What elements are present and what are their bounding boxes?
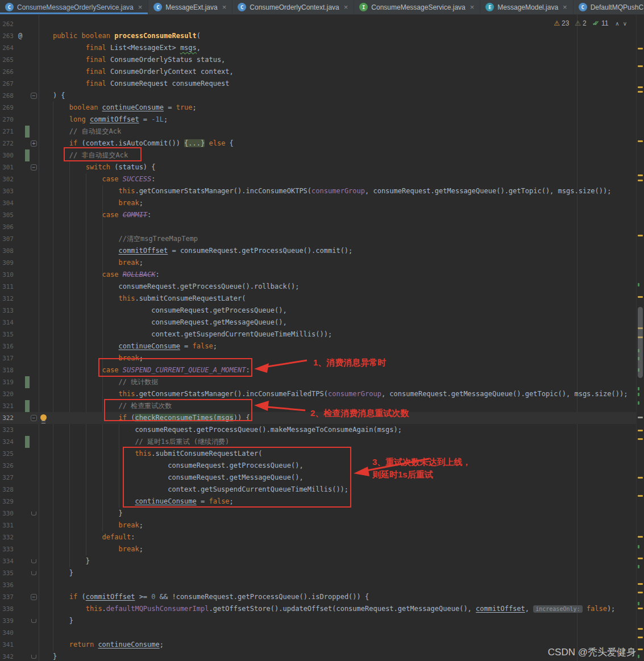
fold-collapse-icon[interactable]: − (31, 164, 37, 171)
warning-stripe-mark[interactable] (638, 495, 643, 497)
info-stripe-mark[interactable] (638, 417, 643, 418)
intention-bulb-icon[interactable] (40, 414, 47, 421)
fold-end-icon[interactable] (31, 655, 36, 659)
warning-stripe-mark[interactable] (638, 628, 643, 630)
code-line[interactable]: 308 commitOffset = consumeRequest.getPro… (0, 245, 636, 257)
code-line[interactable]: 316 continueConsume = false; (0, 340, 636, 352)
code-text[interactable]: break; (36, 352, 143, 364)
code-line[interactable]: 332 default: (0, 531, 636, 543)
code-line[interactable]: 312 this.submitConsumeRequestLater( (0, 293, 636, 305)
code-line[interactable]: 272+ if (context.isAutoCommit()) {...} e… (0, 138, 636, 149)
code-line[interactable]: 263@ public boolean processConsumeResult… (0, 30, 636, 42)
code-text[interactable]: if (commitOffset >= 0 && !consumeRequest… (36, 591, 369, 603)
fold-collapse-icon[interactable]: − (31, 93, 37, 99)
line-number[interactable]: 321 (0, 400, 14, 412)
code-text[interactable]: break; (36, 543, 143, 555)
code-text[interactable]: this.getConsumerStatsManager().incConsum… (36, 185, 611, 197)
line-number[interactable]: 316 (0, 340, 14, 352)
line-number[interactable]: 270 (0, 114, 14, 126)
line-number[interactable]: 310 (0, 269, 14, 281)
code-text[interactable]: //清空msgTreeMapTemp (36, 233, 198, 245)
line-number[interactable]: 307 (0, 233, 14, 245)
warning-stripe-mark[interactable] (638, 477, 643, 479)
line-number[interactable]: 312 (0, 293, 14, 305)
fold-end-icon[interactable] (31, 571, 36, 575)
tab-messagemodel-java[interactable]: EMessageModel.java× (480, 0, 573, 14)
code-line[interactable]: 342 } (0, 651, 636, 661)
code-text[interactable]: // 延时1s后重试 (继续消费) (36, 436, 229, 448)
line-number[interactable]: 315 (0, 329, 14, 340)
code-text[interactable]: } (36, 615, 73, 627)
code-text[interactable]: context.getSuspendCurrentQueueTimeMillis… (36, 484, 348, 496)
line-number[interactable]: 268 (0, 90, 14, 102)
change-marker[interactable] (25, 436, 30, 448)
line-number[interactable]: 335 (0, 567, 14, 579)
code-line[interactable]: 335 } (0, 567, 636, 579)
line-number[interactable]: 308 (0, 245, 14, 257)
tab-consumemessageservice-java[interactable]: IConsumeMessageService.java× (354, 0, 480, 14)
line-number[interactable]: 333 (0, 543, 14, 555)
line-number[interactable]: 265 (0, 54, 14, 66)
ok-stripe-mark[interactable] (638, 393, 639, 396)
code-line[interactable]: 305 case COMMIT: (0, 209, 636, 221)
line-number[interactable]: 330 (0, 508, 14, 519)
code-line[interactable]: 323 consumeRequest.getProcessQueue().mak… (0, 424, 636, 436)
warning-stripe-mark[interactable] (638, 174, 643, 176)
code-line[interactable]: 327 consumeRequest.getMessageQueue(), (0, 472, 636, 484)
code-text[interactable]: } (36, 508, 123, 519)
code-text[interactable]: ) { (36, 90, 65, 102)
code-text[interactable]: public boolean processConsumeResult( (36, 30, 201, 42)
code-line[interactable]: 311 consumeRequest.getProcessQueue().rol… (0, 281, 636, 293)
warning-stripe-mark[interactable] (638, 86, 643, 88)
code-line[interactable]: 268− ) { (0, 90, 636, 102)
error-stripe[interactable] (636, 15, 644, 661)
code-text[interactable]: consumeRequest.getProcessQueue().rollbac… (36, 281, 299, 293)
close-tab-icon[interactable]: × (344, 3, 348, 11)
warning-stripe-mark[interactable] (638, 608, 643, 609)
code-line[interactable]: 320 this.getConsumerStatsManager().incCo… (0, 388, 636, 400)
warning-stripe-mark[interactable] (638, 558, 643, 559)
code-text[interactable]: break; (36, 197, 143, 209)
line-number[interactable]: 339 (0, 615, 14, 627)
change-marker[interactable] (25, 400, 30, 412)
warning-stripe-mark[interactable] (638, 430, 643, 431)
code-line[interactable]: 319 // 统计数据 (0, 376, 636, 388)
code-text[interactable]: boolean continueConsume = true; (36, 102, 197, 114)
code-line[interactable]: 270 long commitOffset = -1L; (0, 114, 636, 126)
code-line[interactable]: 303 this.getConsumerStatsManager().incCo… (0, 185, 636, 197)
fold-end-icon[interactable] (31, 559, 36, 563)
code-line[interactable]: 326 consumeRequest.getProcessQueue(), (0, 460, 636, 472)
code-text[interactable]: case ROLLBACK: (36, 269, 160, 281)
code-line[interactable]: 324 // 延时1s后重试 (继续消费) (0, 436, 636, 448)
code-line[interactable]: 338 this.defaultMQPushConsumerImpl.getOf… (0, 603, 636, 615)
line-number[interactable]: 322 (0, 412, 14, 424)
line-number[interactable]: 314 (0, 317, 14, 329)
code-text[interactable]: this.submitConsumeRequestLater( (36, 293, 246, 305)
code-line[interactable]: 325 this.submitConsumeRequestLater( (0, 448, 636, 460)
code-text[interactable]: } (36, 651, 57, 661)
code-text[interactable]: consumeRequest.getMessageQueue(), (36, 317, 287, 329)
line-number[interactable]: 263 (0, 30, 14, 42)
line-number[interactable]: 332 (0, 531, 14, 543)
code-text[interactable]: consumeRequest.getProcessQueue(), (36, 460, 304, 472)
line-number[interactable]: 317 (0, 352, 14, 364)
line-number[interactable]: 264 (0, 42, 14, 54)
code-line[interactable]: 314 consumeRequest.getMessageQueue(), (0, 317, 636, 329)
line-number[interactable]: 311 (0, 281, 14, 293)
code-line[interactable]: 304 break; (0, 197, 636, 209)
close-tab-icon[interactable]: × (563, 3, 567, 11)
code-line[interactable]: 315 context.getSuspendCurrentQueueTimeMi… (0, 329, 636, 340)
code-text[interactable]: } (36, 555, 90, 567)
line-number[interactable]: 319 (0, 376, 14, 388)
code-line[interactable]: 313 consumeRequest.getProcessQueue(), (0, 305, 636, 317)
warning-stripe-mark[interactable] (638, 637, 643, 638)
typos-indicator[interactable]: ✓✓ 11 (592, 19, 609, 27)
code-text[interactable]: this.defaultMQPushConsumerImpl.getOffset… (36, 603, 615, 615)
code-line[interactable]: 341 return continueConsume; (0, 639, 636, 651)
change-marker[interactable] (25, 149, 30, 161)
code-line[interactable]: 300 // 非自动提交Ack (0, 149, 636, 161)
code-line[interactable]: 331 break; (0, 519, 636, 531)
code-text[interactable]: // 统计数据 (36, 376, 158, 388)
line-number[interactable]: 266 (0, 66, 14, 78)
line-number[interactable]: 342 (0, 651, 14, 661)
